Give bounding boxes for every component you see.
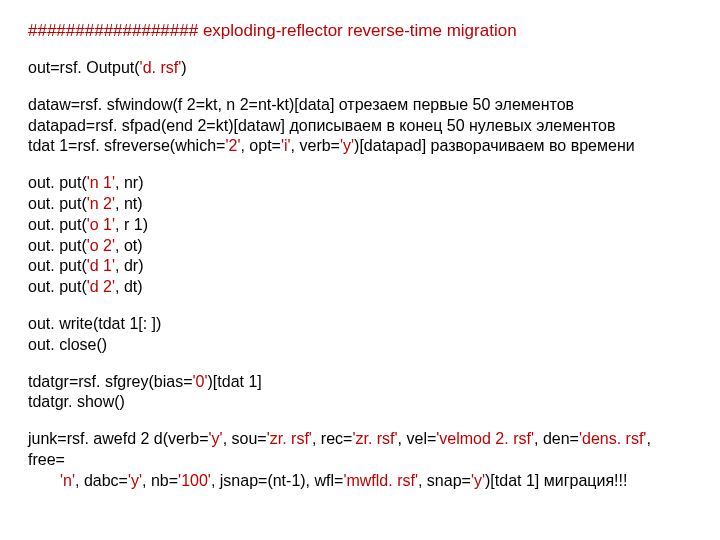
code-line: out=rsf. Output('d. rsf') (28, 58, 692, 79)
string-literal: 'n 2' (87, 195, 115, 212)
grey-block: tdatgr=rsf. sfgrey(bias='0')[tdat 1] tda… (28, 372, 692, 414)
code-text: )[tdat 1] миграция!!! (485, 472, 627, 489)
heading-hashes: ################## (28, 21, 203, 40)
code-text: ) (181, 59, 186, 76)
code-line: out. put('n 1', nr) (28, 173, 692, 194)
string-literal: 'y' (340, 137, 354, 154)
code-text: )[tdat 1] (208, 373, 262, 390)
code-line: tdat 1=rsf. sfreverse(which='2', opt='i'… (28, 136, 692, 157)
put-block: out. put('n 1', nr) out. put('n 2', nt) … (28, 173, 692, 298)
code-text: out. put( (28, 216, 87, 233)
code-text: out. put( (28, 278, 87, 295)
code-text: out. put( (28, 237, 87, 254)
code-line: out. put('d 2', dt) (28, 277, 692, 298)
junk-block: junk=rsf. awefd 2 d(verb='y', sou='zr. r… (28, 429, 692, 491)
string-literal: 'i' (281, 137, 291, 154)
string-literal: 'y' (471, 472, 485, 489)
code-text: , vel= (398, 430, 437, 447)
string-literal: 'y' (209, 430, 223, 447)
code-text: , dabc= (75, 472, 128, 489)
code-text: , sou= (223, 430, 267, 447)
window-block: dataw=rsf. sfwindow(f 2=kt, n 2=nt-kt)[d… (28, 95, 692, 157)
string-literal: 'n 1' (87, 174, 115, 191)
code-text: out. put( (28, 257, 87, 274)
string-literal: 'd 1' (87, 257, 115, 274)
code-text: , nt) (115, 195, 143, 212)
code-line: out. put('o 2', ot) (28, 236, 692, 257)
write-block: out. write(tdat 1[: ]) out. close() (28, 314, 692, 356)
heading-text: exploding-reflector reverse-time migrati… (203, 21, 517, 40)
string-literal: 'zr. rsf' (267, 430, 312, 447)
code-text: , r 1) (115, 216, 148, 233)
string-literal: '100' (178, 472, 211, 489)
code-text: , rec= (312, 430, 352, 447)
code-text: , nb= (142, 472, 178, 489)
code-text: , opt= (240, 137, 280, 154)
string-literal: 'o 2' (87, 237, 115, 254)
code-text: , ot) (115, 237, 143, 254)
string-literal: '0' (193, 373, 208, 390)
string-literal: '2' (225, 137, 240, 154)
code-line: out. close() (28, 335, 692, 356)
code-text: tdatgr=rsf. sfgrey(bias= (28, 373, 193, 390)
code-text: , dt) (115, 278, 143, 295)
string-literal: 'n' (60, 472, 75, 489)
code-text: out. put( (28, 174, 87, 191)
string-literal: 'd. rsf' (140, 59, 182, 76)
code-text: , verb= (291, 137, 340, 154)
code-text: , snap= (418, 472, 471, 489)
string-literal: 'zr. rsf' (352, 430, 397, 447)
code-line-continuation: 'n', dabc='y', nb='100', jsnap=(nt-1), w… (28, 471, 692, 492)
code-line: datapad=rsf. sfpad(end 2=kt)[dataw] допи… (28, 116, 692, 137)
string-literal: 'mwfld. rsf' (343, 472, 418, 489)
code-text: , nr) (115, 174, 143, 191)
code-line: junk=rsf. awefd 2 d(verb='y', sou='zr. r… (28, 429, 692, 471)
string-literal: 'y' (128, 472, 142, 489)
code-text: out=rsf. Output( (28, 59, 140, 76)
code-text: , jsnap=(nt-1), wfl= (211, 472, 344, 489)
section-heading: ################## exploding-reflector r… (28, 20, 692, 42)
code-text: , den= (534, 430, 579, 447)
code-line: out. put('n 2', nt) (28, 194, 692, 215)
code-line: out. put('o 1', r 1) (28, 215, 692, 236)
string-literal: 'dens. rsf' (579, 430, 646, 447)
code-text: out. put( (28, 195, 87, 212)
code-text: junk=rsf. awefd 2 d(verb= (28, 430, 209, 447)
string-literal: 'd 2' (87, 278, 115, 295)
code-line: out. write(tdat 1[: ]) (28, 314, 692, 335)
code-text: , dr) (115, 257, 143, 274)
code-line: tdatgr. show() (28, 392, 692, 413)
code-line: out. put('d 1', dr) (28, 256, 692, 277)
string-literal: 'o 1' (87, 216, 115, 233)
code-text: tdat 1=rsf. sfreverse(which= (28, 137, 225, 154)
string-literal: 'velmod 2. rsf' (436, 430, 534, 447)
output-block: out=rsf. Output('d. rsf') (28, 58, 692, 79)
code-line: dataw=rsf. sfwindow(f 2=kt, n 2=nt-kt)[d… (28, 95, 692, 116)
code-line: tdatgr=rsf. sfgrey(bias='0')[tdat 1] (28, 372, 692, 393)
code-text: )[datapad] разворачиваем во времени (354, 137, 635, 154)
